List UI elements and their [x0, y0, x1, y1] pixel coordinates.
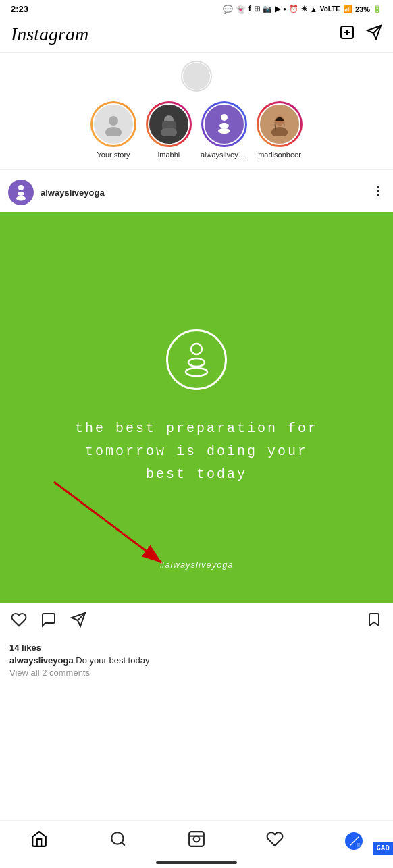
- save-button[interactable]: [365, 610, 384, 633]
- top-nav: Instagram: [0, 18, 393, 53]
- share-button[interactable]: [69, 610, 88, 633]
- status-bar: 2:23 💬 👻 f ⊞ 📷 ▶ ● ⏰ ✳ ▲ VoLTE 📶 23% 🔋: [0, 0, 393, 18]
- svg-rect-9: [162, 121, 176, 128]
- alarm-icon: ⏰: [289, 5, 298, 13]
- imabhi-person-icon: [157, 112, 181, 136]
- snapchat-icon: 👻: [236, 5, 246, 14]
- story-item-madisonbeer[interactable]: madisonbeer: [256, 101, 303, 159]
- svg-point-22: [188, 358, 205, 367]
- battery-percent: 23%: [355, 5, 370, 13]
- bookmark-icon: [366, 612, 382, 628]
- post-caption: alwaysliveyoga Do your best today: [9, 655, 384, 666]
- imabhi-label: imabhi: [158, 151, 180, 159]
- svg-point-6: [105, 127, 122, 136]
- phone-home-bar: [156, 861, 237, 864]
- alwaysliveyoga-avatar: [203, 103, 245, 145]
- status-icons: 💬 👻 f ⊞ 📷 ▶ ● ⏰ ✳ ▲ VoLTE 📶 23% 🔋: [223, 4, 382, 14]
- svg-point-28: [111, 832, 123, 844]
- svg-point-11: [219, 123, 229, 128]
- story-item-imabhi[interactable]: imabhi: [145, 101, 192, 159]
- your-story-avatar: [93, 103, 134, 145]
- reels-icon: [188, 830, 205, 848]
- your-story-label: Your story: [97, 151, 130, 159]
- profile-nav-button[interactable]: [338, 830, 369, 852]
- vowifi-icon: VoLTE: [320, 5, 340, 13]
- add-post-button[interactable]: [339, 24, 355, 45]
- post-user-info[interactable]: alwaysliveyoga: [8, 180, 105, 205]
- imabhi-avatar: [148, 103, 190, 145]
- view-comments-link[interactable]: View all 2 comments: [9, 668, 384, 678]
- gad-watermark: GAD: [373, 842, 393, 855]
- stories-loading-indicator: [181, 61, 212, 92]
- svg-point-15: [18, 185, 24, 190]
- svg-point-18: [377, 186, 379, 188]
- svg-point-31: [194, 836, 200, 842]
- story-ring-imabhi: [146, 101, 192, 147]
- svg-point-23: [186, 368, 207, 376]
- instagram-status-icon: 📷: [263, 5, 272, 13]
- post-wrapper: alwaysliveyoga the best preparation fort…: [0, 173, 393, 751]
- heart-icon: [11, 612, 27, 628]
- activity-nav-button[interactable]: [259, 828, 290, 855]
- home-icon: [30, 830, 48, 848]
- svg-point-8: [161, 127, 177, 136]
- post-header: alwaysliveyoga: [0, 173, 393, 212]
- signal-icon: 📶: [343, 5, 352, 13]
- post-more-button[interactable]: [371, 184, 385, 201]
- svg-point-21: [191, 344, 202, 354]
- status-time: 2:23: [11, 4, 28, 14]
- post-actions-bar: [0, 603, 393, 640]
- post-caption-content: Do your best today: [76, 655, 149, 666]
- home-nav-button[interactable]: [24, 828, 55, 855]
- comment-icon: [41, 612, 57, 628]
- direct-messages-button[interactable]: [366, 24, 382, 45]
- svg-line-29: [122, 842, 125, 846]
- battery-icon: 🔋: [373, 5, 382, 13]
- post-yoga-avatar-icon: [12, 184, 30, 201]
- comment-button[interactable]: [39, 610, 58, 633]
- profile-avatar-mini: [345, 832, 363, 850]
- post-actions-left: [9, 610, 88, 633]
- story-item-your-story[interactable]: Your story: [90, 101, 137, 159]
- story-item-alwaysliveyoga[interactable]: alwaysliveyoga: [201, 101, 248, 159]
- svg-point-20: [377, 194, 379, 196]
- post-logo-icon: [175, 338, 218, 381]
- more-dots-icon: [371, 184, 385, 198]
- post-username: alwaysliveyoga: [41, 188, 105, 198]
- paper-plane-icon: [366, 24, 382, 40]
- madisonbeer-avatar: [259, 103, 300, 145]
- youtube-icon: ▶: [275, 5, 280, 13]
- stories-container: Your story imabhi: [0, 53, 393, 167]
- wifi-icon: ▲: [310, 5, 317, 13]
- search-nav-button[interactable]: [103, 828, 134, 855]
- post-hashtag: #alwaysliveyoga: [159, 560, 234, 570]
- svg-point-12: [218, 128, 230, 134]
- instagram-logo: Instagram: [11, 24, 88, 45]
- svg-rect-30: [189, 832, 204, 846]
- yoga-icon: [211, 111, 238, 138]
- madisonbeer-person-icon: [267, 112, 292, 136]
- share-icon: [70, 612, 86, 628]
- grid-icon: ⊞: [254, 5, 260, 13]
- person-icon: [101, 112, 126, 136]
- stories-row: Your story imabhi: [82, 99, 311, 161]
- profile-icon: [348, 835, 360, 847]
- likes-count: 14 likes: [9, 643, 384, 653]
- story-ring-your-story: [90, 101, 136, 147]
- facebook-icon: f: [248, 4, 251, 14]
- svg-point-19: [377, 190, 379, 192]
- plus-square-icon: [339, 24, 355, 40]
- search-icon: [109, 830, 127, 848]
- svg-point-16: [18, 192, 24, 196]
- story-ring-alwaysliveyoga: [201, 101, 247, 147]
- post-brand-logo: [166, 329, 227, 390]
- svg-point-14: [271, 127, 288, 136]
- svg-point-17: [16, 196, 26, 201]
- svg-rect-34: [357, 843, 360, 847]
- madisonbeer-label: madisonbeer: [258, 151, 301, 159]
- reels-nav-button[interactable]: [181, 828, 212, 855]
- post-caption-username[interactable]: alwaysliveyoga: [9, 655, 74, 666]
- like-button[interactable]: [9, 610, 28, 633]
- dot-icon: ●: [283, 6, 286, 12]
- message-icon: 💬: [223, 5, 233, 14]
